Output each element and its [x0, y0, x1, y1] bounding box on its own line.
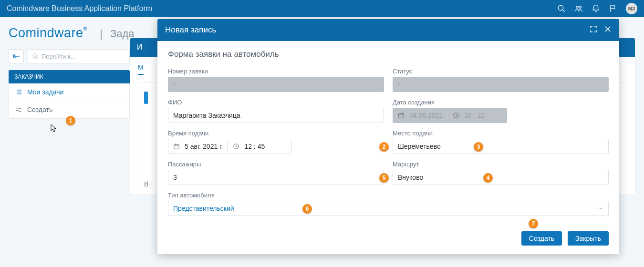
callout-4: 4	[483, 173, 493, 183]
label-route: Маршрут	[393, 161, 609, 168]
label-supply-time: Время подачи	[168, 130, 384, 137]
close-icon[interactable]	[604, 25, 612, 35]
input-fio[interactable]: Маргарита Заказчица	[168, 108, 384, 123]
modal-footer: 7 Создать Закрыть	[157, 229, 619, 254]
callout-3: 3	[474, 142, 483, 152]
expand-icon[interactable]	[590, 25, 597, 35]
input-supply-time[interactable]: 5 авг. 2021 г. 12 : 45	[168, 139, 292, 154]
form-title: Форма заявки на автомобиль	[168, 50, 609, 59]
cursor-icon	[51, 124, 57, 133]
label-request-no: Номер заявки	[168, 68, 384, 75]
close-button[interactable]: Закрыть	[568, 231, 609, 246]
input-created: 04.06.2021 16 : 12	[393, 108, 507, 123]
chevron-down-icon	[598, 205, 603, 211]
input-passengers[interactable]: 3	[168, 170, 384, 185]
callout-7: 7	[529, 219, 538, 228]
svg-rect-22	[174, 144, 179, 149]
callout-5: 5	[379, 173, 389, 183]
label-car-type: Тип автомобиля	[168, 192, 609, 199]
label-supply-place: Место подачи	[393, 130, 609, 137]
input-status: -	[393, 77, 609, 92]
callout-6: 6	[302, 204, 312, 214]
svg-rect-17	[399, 113, 404, 118]
label-status: Статус	[393, 68, 609, 75]
select-car-type[interactable]: Представительский	[168, 201, 609, 216]
callout-2: 2	[379, 142, 389, 152]
modal-body: Форма заявки на автомобиль Номер заявки …	[157, 41, 619, 229]
input-request-no: -	[168, 77, 384, 92]
modal-new-record: Новая запись Форма заявки на автомобиль …	[157, 19, 619, 254]
modal-title: Новая запись	[165, 25, 216, 35]
label-created: Дата создания	[393, 99, 609, 106]
label-passengers: Пассажиры	[168, 161, 384, 168]
label-fio: ФИО	[168, 99, 384, 106]
submit-button[interactable]: Создать	[521, 231, 562, 246]
input-supply-place[interactable]: Шереметьево	[393, 139, 609, 154]
input-route[interactable]: Внуково	[393, 170, 609, 185]
callout-1: 1	[66, 116, 75, 125]
modal-header: Новая запись	[157, 19, 619, 41]
